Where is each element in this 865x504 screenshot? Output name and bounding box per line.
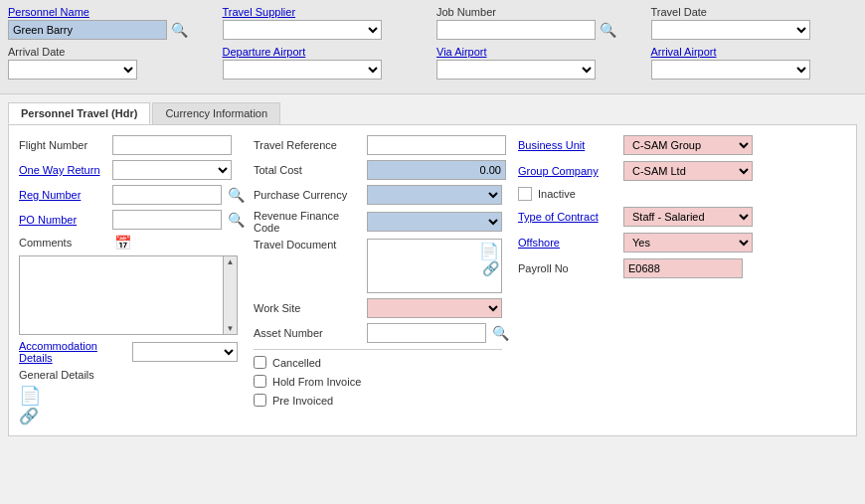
comments-calendar-icon[interactable]: 📅	[112, 235, 133, 251]
po-number-search-icon[interactable]: 🔍	[226, 212, 247, 228]
arrival-date-group: Arrival Date	[8, 46, 215, 80]
work-site-select[interactable]	[367, 298, 502, 318]
hold-from-invoice-label: Hold From Invoice	[272, 376, 361, 388]
comments-textarea[interactable]	[20, 256, 237, 334]
total-cost-label: Total Cost	[254, 164, 363, 176]
separator1	[254, 349, 502, 350]
cancelled-checkbox[interactable]	[254, 356, 266, 369]
pre-invoiced-label: Pre Invoiced	[272, 395, 333, 407]
asset-number-label[interactable]: Asset Number	[254, 327, 363, 339]
travel-reference-label: Travel Reference	[254, 139, 363, 151]
accommodation-details-label[interactable]: Accommodation Details	[19, 340, 128, 364]
scroll-down-icon[interactable]: ▼	[226, 323, 236, 334]
revenue-finance-code-label[interactable]: Revenue Finance Code	[254, 210, 363, 234]
asset-number-input[interactable]	[367, 323, 486, 343]
travel-date-select[interactable]	[651, 20, 810, 40]
one-way-return-row: One Way Return	[19, 160, 238, 180]
travel-document-label: Travel Document	[254, 239, 363, 251]
group-company-row: Group Company C-SAM Ltd	[518, 161, 846, 181]
reg-number-search-icon[interactable]: 🔍	[226, 187, 247, 203]
job-number-search-icon[interactable]: 🔍	[598, 22, 618, 38]
revenue-finance-code-select[interactable]	[367, 212, 502, 232]
arrival-date-select[interactable]	[8, 60, 137, 80]
personnel-name-search-icon[interactable]: 🔍	[169, 22, 190, 38]
personnel-name-input[interactable]: Green Barry	[8, 20, 167, 40]
top-fields-row2: Arrival Date Departure Airport Via Airpo…	[8, 46, 857, 80]
general-details-doc: 📄 🔗	[19, 385, 238, 425]
via-airport-group: Via Airport	[436, 46, 643, 80]
type-of-contract-row: Type of Contract Staff - Salaried	[518, 207, 846, 227]
hold-from-invoice-row: Hold From Invoice	[254, 375, 502, 388]
departure-airport-select[interactable]	[223, 60, 382, 80]
work-site-label[interactable]: Work Site	[254, 302, 363, 314]
general-details-doc-icon: 📄	[19, 386, 41, 406]
one-way-return-select[interactable]	[112, 160, 232, 180]
group-company-select[interactable]: C-SAM Ltd	[623, 161, 753, 181]
offshore-row: Offshore Yes	[518, 233, 846, 252]
total-cost-row: Total Cost 0.00	[254, 160, 502, 180]
group-company-label[interactable]: Group Company	[518, 165, 617, 177]
travel-supplier-label[interactable]: Travel Supplier	[223, 6, 430, 18]
tab-currency-information[interactable]: Currency Information	[152, 102, 280, 124]
travel-reference-input[interactable]	[367, 135, 506, 155]
accommodation-details-select[interactable]	[132, 342, 238, 362]
total-cost-input[interactable]: 0.00	[367, 160, 506, 180]
comments-textarea-container: ▲ ▼	[19, 255, 238, 335]
purchase-currency-select[interactable]	[367, 185, 502, 205]
right-column: Business Unit C-SAM Group Group Company …	[518, 135, 846, 425]
top-fields-row1: Personnel Name Green Barry 🔍 Travel Supp…	[8, 6, 857, 40]
revenue-finance-code-row: Revenue Finance Code	[254, 210, 502, 234]
business-unit-select[interactable]: C-SAM Group	[623, 135, 753, 155]
cancelled-label: Cancelled	[272, 357, 321, 369]
travel-reference-row: Travel Reference	[254, 135, 502, 155]
asset-number-row: Asset Number 🔍	[254, 323, 502, 343]
type-of-contract-label[interactable]: Type of Contract	[518, 211, 617, 223]
travel-doc-icon: 📄	[479, 242, 499, 260]
job-number-input-group: 🔍	[436, 20, 643, 40]
personnel-name-input-group: Green Barry 🔍	[8, 20, 215, 40]
travel-supplier-select[interactable]	[223, 20, 382, 40]
business-unit-label[interactable]: Business Unit	[518, 139, 617, 151]
job-number-label: Job Number	[436, 6, 643, 18]
tab-personnel-travel[interactable]: Personnel Travel (Hdr)	[8, 102, 150, 124]
inactive-label: Inactive	[538, 188, 576, 200]
arrival-airport-label[interactable]: Arrival Airport	[651, 46, 858, 58]
general-details-row: General Details 📄 🔗	[19, 369, 238, 425]
po-number-input[interactable]	[112, 210, 222, 230]
po-number-label[interactable]: PO Number	[19, 214, 108, 226]
offshore-select[interactable]: Yes	[623, 233, 753, 252]
pre-invoiced-checkbox[interactable]	[254, 394, 266, 407]
via-airport-label[interactable]: Via Airport	[436, 46, 643, 58]
departure-airport-label[interactable]: Departure Airport	[223, 46, 430, 58]
general-details-label: General Details	[19, 369, 94, 381]
via-airport-select[interactable]	[436, 60, 596, 80]
general-details-link-icon: 🔗	[19, 407, 238, 425]
reg-number-input[interactable]	[112, 185, 222, 205]
offshore-label[interactable]: Offshore	[518, 237, 617, 249]
purchase-currency-row: Purchase Currency	[254, 185, 502, 205]
reg-number-label[interactable]: Reg Number	[19, 189, 108, 201]
po-number-row: PO Number 🔍	[19, 210, 238, 230]
asset-number-search-icon[interactable]: 🔍	[490, 325, 511, 341]
personnel-name-label[interactable]: Personnel Name	[8, 6, 215, 18]
one-way-return-label[interactable]: One Way Return	[19, 164, 108, 176]
departure-airport-group: Departure Airport	[223, 46, 430, 80]
left-column: Flight Number One Way Return Reg Number …	[19, 135, 238, 425]
job-number-group: Job Number 🔍	[436, 6, 643, 40]
scrollbar[interactable]: ▲ ▼	[223, 256, 237, 334]
arrival-airport-select[interactable]	[651, 60, 810, 80]
purchase-currency-label[interactable]: Purchase Currency	[254, 189, 363, 201]
travel-document-row: Travel Document 📄 🔗	[254, 239, 502, 293]
tabs-area: Personnel Travel (Hdr) Currency Informat…	[0, 94, 865, 124]
tab-bar: Personnel Travel (Hdr) Currency Informat…	[8, 102, 857, 124]
inactive-row: Inactive	[518, 187, 846, 201]
type-of-contract-select[interactable]: Staff - Salaried	[623, 207, 753, 227]
hold-from-invoice-checkbox[interactable]	[254, 375, 266, 388]
payroll-no-row: Payroll No E0688	[518, 258, 846, 278]
scroll-up-icon[interactable]: ▲	[226, 256, 236, 267]
arrival-airport-group: Arrival Airport	[651, 46, 858, 80]
job-number-input[interactable]	[436, 20, 596, 40]
comments-label: Comments	[19, 237, 108, 249]
payroll-no-input[interactable]: E0688	[623, 258, 743, 278]
flight-number-input[interactable]	[112, 135, 232, 155]
